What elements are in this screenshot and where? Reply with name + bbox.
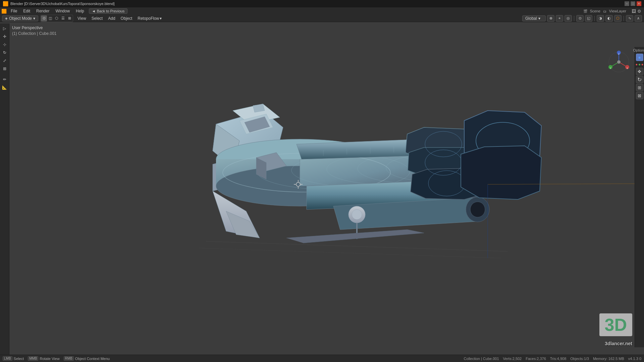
domain-watermark: 3dlancer.net bbox=[605, 341, 632, 346]
scene-label: Scene bbox=[590, 9, 600, 13]
left-toolbar: ▷ ✛ ⊹ ↻ ⤢ ⊞ ✏ 📐 bbox=[0, 23, 9, 355]
viewport-shading[interactable]: ∿ bbox=[626, 15, 633, 22]
retopoflow-label: RetopoFlow bbox=[138, 16, 159, 21]
view-btn-5[interactable]: ⊞ bbox=[66, 15, 72, 21]
status-right: Collection | Cube.001 Verts:2,502 Faces:… bbox=[464, 357, 641, 361]
rgb-dots: ● ● ● bbox=[636, 62, 644, 66]
menu-file[interactable]: File bbox=[8, 8, 20, 14]
back-to-previous-button[interactable]: ◄ Back to Previous bbox=[89, 8, 127, 14]
tris-info: Tris:4,908 bbox=[550, 357, 567, 361]
vt-add[interactable]: Add bbox=[106, 16, 117, 21]
red-dot[interactable]: ● bbox=[636, 62, 638, 66]
minimize-button[interactable]: − bbox=[625, 1, 629, 6]
mode-label: Object Mode bbox=[9, 16, 32, 21]
tool-3[interactable]: ⊞ bbox=[636, 84, 643, 91]
status-rmb: RMB Object Context Menu bbox=[64, 356, 110, 361]
svg-point-60 bbox=[617, 60, 621, 64]
tool-1[interactable]: ✥ bbox=[636, 68, 643, 75]
status-lmb: LMB Select bbox=[3, 356, 24, 361]
vt-object[interactable]: Object bbox=[118, 16, 135, 21]
blue-dot-button[interactable]: ● bbox=[636, 54, 643, 61]
stats-toggle[interactable]: ∧ bbox=[635, 15, 642, 22]
view-btn-3[interactable]: ⬡ bbox=[54, 15, 60, 21]
transform-global[interactable]: Global ▾ bbox=[522, 15, 546, 21]
svg-text:Y: Y bbox=[610, 67, 611, 69]
overlay-toggle[interactable]: ⊙ bbox=[576, 15, 584, 22]
lmb-key: LMB bbox=[3, 356, 12, 361]
local-view-btn[interactable]: ⊙ bbox=[41, 15, 47, 21]
status-mmb: MMB Rotate View bbox=[28, 356, 59, 361]
back-button-label: Back to Previous bbox=[97, 9, 125, 13]
menu-window[interactable]: Window bbox=[53, 8, 72, 14]
proportional-edit[interactable]: ◎ bbox=[565, 15, 572, 22]
verts-info: Verts:2,502 bbox=[503, 357, 522, 361]
xray-toggle[interactable]: ◱ bbox=[585, 15, 592, 22]
window-title: Blender [D:\Server3D\Uchoba\KursTopora\S… bbox=[10, 2, 623, 6]
global-view-btn[interactable]: ◫ bbox=[47, 15, 53, 21]
svg-text:Z: Z bbox=[618, 53, 620, 55]
menu-bar-right: 🎬 Scene 🗂 ViewLayer 🖼 ⚙ bbox=[583, 9, 641, 14]
objects-info: Objects:1/3 bbox=[570, 357, 589, 361]
menu-help[interactable]: Help bbox=[73, 8, 87, 14]
header-icons: 🖼 ⚙ bbox=[632, 9, 641, 14]
svg-point-29 bbox=[352, 209, 362, 220]
toolbar-right: Global ▾ ⊕ ⌖ ◎ ⊙ ◱ ◑ ◐ ⬡ ∿ ∧ bbox=[522, 15, 642, 22]
context-menu-label: Object Context Menu bbox=[75, 357, 110, 361]
render-button[interactable]: 🖼 bbox=[632, 9, 636, 14]
vt-view[interactable]: View bbox=[75, 16, 89, 21]
status-bar: LMB Select MMB Rotate View RMB Object Co… bbox=[0, 355, 644, 362]
measure-tool[interactable]: 📐 bbox=[1, 84, 8, 91]
svg-text:X: X bbox=[627, 67, 628, 69]
orientation-gizmo[interactable]: Z X Y bbox=[605, 49, 632, 75]
main-viewport[interactable]: User Perspective (1) Collection | Cube.0… bbox=[0, 23, 644, 355]
blender-logo: 🟧 bbox=[3, 1, 8, 6]
settings-button[interactable]: ⚙ bbox=[637, 9, 641, 14]
blender-menu-logo: 🟧 bbox=[1, 9, 7, 14]
cursor-tool[interactable]: ✛ bbox=[1, 33, 8, 40]
faces-info: Faces:2,376 bbox=[526, 357, 546, 361]
snap-toggle[interactable]: ⌖ bbox=[556, 15, 563, 22]
select-tool[interactable]: ▷ bbox=[1, 25, 8, 32]
material-shading[interactable]: ◐ bbox=[605, 15, 613, 22]
retopoflow-arrow: ▾ bbox=[160, 16, 162, 21]
3d-watermark: 3D bbox=[599, 313, 632, 336]
view-btn-4[interactable]: ☰ bbox=[60, 15, 66, 21]
scene-icon: 🎬 bbox=[583, 9, 587, 13]
transform-pivot[interactable]: ⊕ bbox=[547, 15, 554, 22]
render-icon: 🗂 bbox=[603, 9, 606, 13]
tool-4[interactable]: ⊠ bbox=[636, 92, 643, 99]
scale-tool[interactable]: ⤢ bbox=[1, 57, 8, 64]
scene-canvas[interactable] bbox=[0, 23, 644, 355]
global-arrow: ▾ bbox=[538, 16, 540, 21]
vt-select[interactable]: Select bbox=[89, 16, 105, 21]
object-mode-selector[interactable]: ◈ Object Mode ▾ bbox=[2, 15, 38, 21]
viewport-toolbar: ◈ Object Mode ▾ ⊙ ◫ ⬡ ☰ ⊞ View Select Ad… bbox=[0, 15, 644, 22]
maximize-button[interactable]: □ bbox=[631, 1, 635, 6]
gizmo-svg: Z X Y bbox=[605, 49, 632, 75]
move-tool[interactable]: ⊹ bbox=[1, 41, 8, 48]
mmb-key: MMB bbox=[28, 356, 38, 361]
menu-edit[interactable]: Edit bbox=[20, 8, 33, 14]
red2-dot[interactable]: ● bbox=[641, 62, 644, 66]
menu-bar: 🟧 File Edit Render Window Help ◄ Back to… bbox=[0, 7, 644, 15]
logo-3d-text: 3D bbox=[605, 316, 627, 334]
solid-shading[interactable]: ◑ bbox=[597, 15, 604, 22]
options-label: Options bbox=[633, 48, 644, 52]
vt-retopoflow[interactable]: RetopoFlow ▾ bbox=[135, 16, 164, 21]
menu-render[interactable]: Render bbox=[34, 8, 52, 14]
render-shading[interactable]: ⬡ bbox=[614, 15, 622, 22]
svg-point-27 bbox=[470, 202, 485, 217]
memory-info: Memory: 162.5 MB bbox=[593, 357, 624, 361]
window-controls: − □ ✕ bbox=[625, 1, 641, 6]
close-button[interactable]: ✕ bbox=[637, 1, 641, 6]
rmb-key: RMB bbox=[64, 356, 74, 361]
transform-tool[interactable]: ⊞ bbox=[1, 65, 8, 72]
back-arrow-icon: ◄ bbox=[92, 9, 96, 13]
green-dot[interactable]: ● bbox=[638, 62, 641, 66]
select-label: Select bbox=[14, 357, 24, 361]
viewport-icon-strip: ⊙ ◫ ⬡ ☰ ⊞ bbox=[40, 15, 73, 22]
rotate-tool[interactable]: ↻ bbox=[1, 49, 8, 56]
annotate-tool[interactable]: ✏ bbox=[1, 76, 8, 83]
rotate-view-label: Rotate View bbox=[40, 357, 59, 361]
tool-2[interactable]: ↻ bbox=[636, 76, 643, 83]
